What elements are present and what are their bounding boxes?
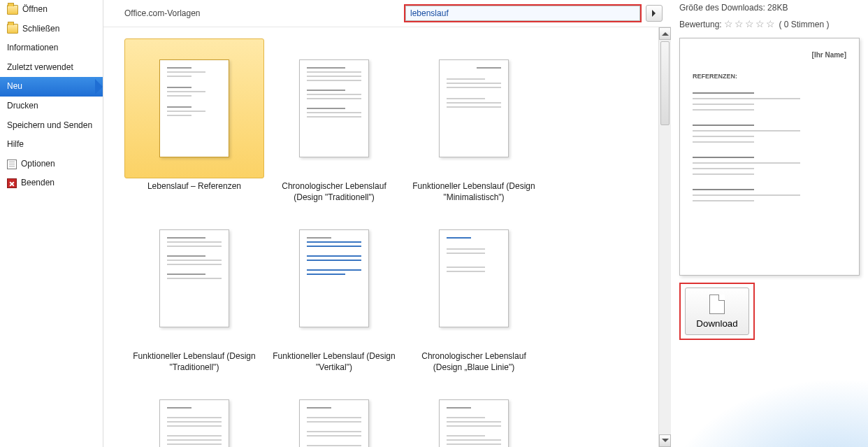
template-item[interactable]: Funktioneller Lebenslauf (Design "Minima…: [404, 38, 544, 203]
template-thumb-icon: [159, 399, 229, 447]
template-label: Funktioneller Lebenslauf (Design "Tradit…: [124, 348, 264, 373]
chevron-up-icon: [662, 29, 669, 36]
sidebar-item-new[interactable]: Neu: [0, 77, 103, 97]
template-thumb-icon: [439, 59, 509, 157]
template-thumb-icon: [439, 399, 509, 447]
rating-row: Bewertung: ☆☆☆☆☆ ( 0 Stimmen ): [679, 18, 860, 29]
templates-panel: Office.com-Vorlagen: [103, 0, 671, 447]
options-icon: [7, 159, 17, 169]
document-icon: [709, 295, 725, 314]
sidebar-item-label: Speichern und Senden: [7, 120, 92, 132]
download-button-label: Download: [696, 318, 737, 329]
backstage-sidebar: Öffnen Schließen Informationen Zuletzt v…: [0, 0, 103, 447]
sidebar-item-save-send[interactable]: Speichern und Senden: [0, 116, 103, 136]
template-label: Chronologischer Lebenslauf (Design "Trad…: [264, 178, 404, 203]
template-thumb-icon: [299, 399, 369, 447]
template-thumb-icon: [159, 229, 229, 327]
download-size-label: Größe des Downloads:: [679, 3, 765, 13]
template-search-row: Office.com-Vorlagen: [103, 0, 671, 27]
template-search-input[interactable]: [405, 6, 640, 21]
download-button[interactable]: Download: [685, 288, 749, 335]
template-thumb-frame: [124, 38, 264, 178]
sidebar-item-label: Drucken: [7, 101, 38, 112]
sidebar-item-print[interactable]: Drucken: [0, 97, 103, 116]
sidebar-item-info[interactable]: Informationen: [0, 38, 103, 58]
template-item[interactable]: Chronologischer Lebenslauf (Design „Blau…: [404, 208, 544, 373]
sidebar-item-help[interactable]: Hilfe: [0, 135, 103, 155]
template-item[interactable]: Funktioneller Lebenslauf (Design "Tradit…: [124, 208, 264, 373]
template-label: Funktioneller Lebenslauf (Design "Vertik…: [264, 348, 404, 373]
gallery-scrollbar[interactable]: [658, 27, 671, 447]
template-label: Chronologischer Lebenslauf (Design „Blau…: [404, 348, 544, 373]
rating-label: Bewertung:: [679, 20, 722, 29]
template-item[interactable]: Lebenslauf: [264, 378, 404, 447]
sidebar-item-label: Schließen: [22, 24, 59, 35]
rating-votes: ( 0 Stimmen ): [779, 20, 829, 29]
template-thumb-icon: [299, 229, 369, 327]
template-source-label: Office.com-Vorlagen: [124, 8, 201, 18]
scrollbar-handle[interactable]: [660, 41, 670, 125]
search-go-button[interactable]: [646, 5, 663, 22]
preview-header: [Ihr Name]: [812, 51, 846, 59]
search-highlight-box: [404, 4, 642, 22]
template-item[interactable]: Chronologischer Lebenslauf (Traditionell…: [404, 378, 544, 447]
sidebar-item-label: Zuletzt verwendet: [7, 62, 73, 73]
template-preview-pane: Größe des Downloads: 28KB Bewertung: ☆☆☆…: [671, 0, 868, 447]
scroll-up-button[interactable]: [659, 27, 671, 40]
template-preview-sheet: [Ihr Name] REFERENZEN:: [679, 38, 860, 276]
sidebar-item-label: Beenden: [21, 178, 55, 189]
exit-icon: [7, 178, 17, 188]
template-thumb-icon: [159, 59, 229, 157]
download-size-value: 28KB: [767, 3, 788, 13]
template-item[interactable]: Lebenslauf – Referenzen: [124, 38, 264, 203]
template-gallery: Lebenslauf – Referenzen Chronologischer …: [103, 27, 658, 447]
sidebar-item-label: Neu: [7, 81, 22, 92]
preview-section-title: REFERENZEN:: [693, 73, 846, 80]
sidebar-item-options[interactable]: Optionen: [0, 155, 103, 174]
template-label: Funktioneller Lebenslauf (Design "Minima…: [404, 178, 544, 203]
sidebar-item-close[interactable]: Schließen: [0, 20, 103, 39]
sidebar-item-open[interactable]: Öffnen: [0, 0, 103, 20]
sidebar-item-label: Hilfe: [7, 139, 24, 150]
chevron-down-icon: [662, 439, 669, 446]
template-item[interactable]: Funktioneller Lebenslauf (Design "Vertik…: [264, 208, 404, 373]
rating-stars-icon[interactable]: ☆☆☆☆☆: [724, 18, 776, 29]
sidebar-item-label: Informationen: [7, 43, 58, 54]
template-item[interactable]: Chronologischer Lebenslauf (Design "Trad…: [264, 38, 404, 203]
template-thumb-icon: [439, 229, 509, 327]
folder-open-icon: [7, 5, 18, 15]
download-size-row: Größe des Downloads: 28KB: [679, 3, 860, 13]
arrow-right-icon: [652, 10, 659, 17]
sidebar-item-label: Öffnen: [22, 4, 48, 15]
sidebar-item-recent[interactable]: Zuletzt verwendet: [0, 58, 103, 78]
download-highlight-box: Download: [679, 283, 755, 340]
scroll-down-button[interactable]: [659, 434, 671, 447]
folder-close-icon: [7, 24, 18, 34]
sidebar-item-label: Optionen: [21, 159, 55, 170]
sidebar-item-exit[interactable]: Beenden: [0, 173, 103, 193]
template-label: Lebenslauf – Referenzen: [143, 178, 245, 192]
template-item[interactable]: Chronologischer Lebenslauf (Minimalistis…: [124, 378, 264, 447]
template-thumb-icon: [299, 59, 369, 157]
